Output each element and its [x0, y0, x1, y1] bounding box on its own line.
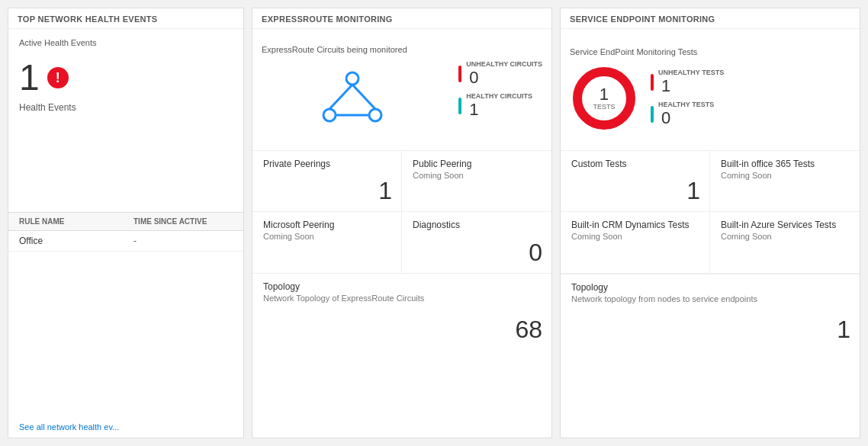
unhealthy-tests-bar: [651, 74, 654, 91]
public-peering-title: Public Peering: [413, 159, 541, 169]
custom-tests-title: Custom Tests: [571, 159, 699, 169]
private-peerings-cell[interactable]: Private Peerings 1: [252, 151, 402, 212]
health-count-row: 1 !: [19, 59, 233, 96]
custom-tests-value: 1: [686, 177, 700, 205]
custom-tests-cell[interactable]: Custom Tests 1: [561, 151, 710, 212]
unhealthy-tests-row: UNHEALTHY TESTS 1: [651, 69, 724, 96]
builtin-azure-subtitle: Coming Soon: [721, 232, 849, 241]
health-content: Active Health Events 1 ! Health Events: [8, 29, 243, 212]
unhealthy-circuits-label: UNHEALTHY CIRCUITS: [466, 60, 542, 68]
public-peering-cell[interactable]: Public Peering Coming Soon: [402, 151, 551, 212]
unhealthy-bar: [458, 66, 461, 82]
left-panel: TOP NETWORK HEALTH EVENTS Active Health …: [8, 8, 244, 438]
network-triangle-icon: [318, 69, 387, 127]
healthy-tests-value: 0: [661, 108, 714, 128]
er-icon-area: [262, 62, 443, 134]
builtin-crm-cell[interactable]: Built-in CRM Dynamics Tests Coming Soon: [561, 212, 710, 273]
er-stats: UNHEALTHY CIRCUITS 0 HEALTHY CIRCUITS 1: [458, 60, 542, 120]
healthy-circuits-value: 1: [469, 100, 532, 120]
time-since-active: -: [133, 236, 233, 246]
left-panel-header: TOP NETWORK HEALTH EVENTS: [8, 8, 243, 29]
private-peerings-value: 1: [378, 177, 392, 205]
microsoft-peering-title: Microsoft Peering: [263, 220, 391, 230]
unhealthy-tests-label: UNHEALTHY TESTS: [658, 69, 724, 76]
dashboard: TOP NETWORK HEALTH EVENTS Active Health …: [0, 0, 868, 446]
microsoft-peering-cell[interactable]: Microsoft Peering Coming Soon: [252, 212, 402, 273]
right-panel: SERVICE ENDPOINT MONITORING Service EndP…: [560, 8, 860, 438]
healthy-circuits-label: HEALTHY CIRCUITS: [466, 92, 532, 100]
right-topology-value: 1: [837, 316, 850, 344]
healthy-circuits-row: HEALTHY CIRCUITS 1: [458, 92, 542, 120]
er-subtitle: ExpressRoute Circuits being monitored: [262, 45, 443, 54]
middle-topology-title: Topology: [263, 281, 541, 292]
middle-topology-value: 68: [515, 316, 542, 344]
healthy-tests-label: HEALTHY TESTS: [658, 101, 714, 108]
middle-topology-subtitle: Network Topology of ExpressRoute Circuit…: [263, 294, 541, 303]
right-topology-subtitle: Network topology from nodes to service e…: [571, 294, 849, 303]
builtin-azure-cell[interactable]: Built-in Azure Services Tests Coming Soo…: [710, 212, 860, 273]
builtin-crm-subtitle: Coming Soon: [571, 232, 699, 241]
middle-topology-cell[interactable]: Topology Network Topology of ExpressRout…: [252, 274, 551, 350]
svg-point-2: [369, 109, 381, 121]
donut-center-num: 1: [593, 85, 615, 103]
healthy-tests-bar: [651, 106, 654, 123]
healthy-bar: [458, 98, 461, 114]
health-label: Health Events: [19, 102, 233, 113]
diagnostics-title: Diagnostics: [413, 220, 541, 230]
health-subtitle: Active Health Events: [19, 38, 233, 47]
right-topology-cell[interactable]: Topology Network topology from nodes to …: [561, 274, 860, 350]
svg-line-4: [352, 85, 375, 109]
middle-grid: Private Peerings 1 Public Peering Coming…: [252, 151, 551, 274]
healthy-tests-row: HEALTHY TESTS 0: [651, 101, 724, 128]
sem-stats: UNHEALTHY TESTS 1 HEALTHY TESTS 0: [651, 69, 724, 128]
builtin-azure-title: Built-in Azure Services Tests: [721, 220, 849, 230]
unhealthy-circuits-value: 0: [469, 68, 542, 88]
unhealthy-tests-value: 1: [661, 76, 724, 96]
alert-icon: !: [47, 67, 69, 88]
donut-chart: 1 TESTS: [570, 64, 638, 133]
col-rule-header: RULE NAME: [19, 217, 133, 226]
svg-line-3: [330, 85, 352, 109]
diagnostics-value: 0: [529, 239, 542, 267]
svg-point-1: [323, 109, 336, 121]
sem-subtitle: Service EndPoint Monitoring Tests: [570, 47, 850, 56]
right-panel-header: SERVICE ENDPOINT MONITORING: [561, 8, 860, 29]
private-peerings-title: Private Peerings: [263, 159, 391, 169]
diagnostics-cell[interactable]: Diagnostics 0: [402, 212, 551, 273]
see-all-link[interactable]: See all network health ev...: [8, 416, 243, 438]
health-number: 1: [19, 59, 40, 96]
col-time-header: TIME SINCE ACTIVE: [133, 217, 233, 226]
middle-panel-header: EXPRESSROUTE MONITORING: [252, 8, 551, 29]
builtin-crm-title: Built-in CRM Dynamics Tests: [571, 220, 699, 230]
public-peering-subtitle: Coming Soon: [413, 171, 541, 180]
microsoft-peering-subtitle: Coming Soon: [263, 232, 391, 241]
unhealthy-circuits-row: UNHEALTHY CIRCUITS 0: [458, 60, 542, 88]
svg-point-0: [346, 72, 358, 85]
builtin-365-subtitle: Coming Soon: [721, 171, 849, 180]
middle-panel: EXPRESSROUTE MONITORING ExpressRoute Cir…: [252, 8, 552, 438]
right-grid: Custom Tests 1 Built-in office 365 Tests…: [561, 151, 860, 274]
donut-center-label: TESTS: [593, 104, 615, 111]
right-topology-title: Topology: [571, 282, 849, 293]
donut-center: 1 TESTS: [593, 85, 615, 111]
table-header: RULE NAME TIME SINCE ACTIVE: [8, 212, 243, 231]
rule-name: Office: [19, 236, 133, 246]
expressroute-main: ExpressRoute Circuits being monitored: [252, 29, 551, 151]
builtin-365-cell[interactable]: Built-in office 365 Tests Coming Soon: [710, 151, 860, 212]
table-row[interactable]: Office -: [8, 231, 243, 252]
builtin-365-title: Built-in office 365 Tests: [721, 159, 849, 169]
sem-main: Service EndPoint Monitoring Tests 1 TEST…: [561, 29, 860, 151]
